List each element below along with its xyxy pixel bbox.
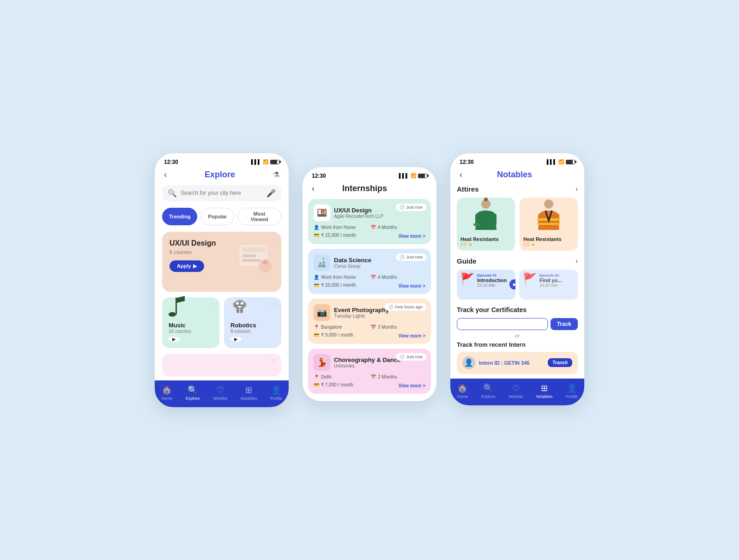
nav-home-3[interactable]: 🏠 Home <box>457 383 468 399</box>
tab-trending[interactable]: Trending <box>162 208 197 225</box>
money-icon-dance: 💳 <box>314 382 319 387</box>
intern-company-photo: Tuesday Lights <box>334 313 389 319</box>
svg-rect-1 <box>242 247 265 252</box>
back-button-3[interactable]: ‹ <box>460 170 462 180</box>
guide-duration-2: 18:00 Min <box>539 283 574 288</box>
attires-section-header: Attires › <box>457 185 578 193</box>
intern-title-uxui: UX/UI Design <box>334 207 383 214</box>
status-bar-3: 12:30 ▌▌▌ 📶 <box>450 153 584 168</box>
money-icon-photo: 💳 <box>314 332 319 337</box>
profile-icon-1: 👤 <box>271 385 281 395</box>
location-icon-photo: 📍 <box>314 325 319 330</box>
nav-notables-1[interactable]: ⊞ Notables <box>241 385 257 401</box>
status-time-3: 12:30 <box>460 159 474 165</box>
search-icon: 🔍 <box>168 189 177 198</box>
transit-button[interactable]: Transit <box>548 358 572 367</box>
guide-ep-title-1: Introduction <box>477 277 507 283</box>
track-section: Track your Certificates Track or Track f… <box>457 306 578 374</box>
intern-card-ds: 🕐 Just now 🔬 Data Science Corus Group 👤 <box>308 249 431 294</box>
clock-icon-2: 🕐 <box>400 255 405 259</box>
badge-photo: 🕐 Few hours ago <box>385 303 426 311</box>
nav-wishlist-1[interactable]: ♡ Wishlist <box>213 385 227 401</box>
nav-wishlist-3[interactable]: ♡ Wishlist <box>509 383 523 399</box>
screen-explore: 12:30 ▌▌▌ 📶 ‹ Explore ⚗ 🔍 🎤 <box>155 153 289 407</box>
nav-notables-3[interactable]: ⊞ Notables <box>536 383 553 399</box>
internships-title: Internships <box>342 184 387 193</box>
tab-popular[interactable]: Popular <box>201 208 234 225</box>
battery-icon-1 <box>270 160 279 164</box>
notables-content: Attires › <box>450 185 584 374</box>
intern-id-card: 👤 Intern ID : GETIN 345 Transit <box>457 352 578 374</box>
intern-info-photo: Event Photography Tuesday Lights <box>334 307 389 319</box>
intern-company-ds: Corus Group <box>334 264 371 269</box>
screens-container: 12:30 ▌▌▌ 📶 ‹ Explore ⚗ 🔍 🎤 <box>155 153 584 407</box>
back-button-1[interactable]: ‹ <box>164 170 167 180</box>
nav-explore-1[interactable]: 🔍 Explore <box>186 385 200 401</box>
explore-title: Explore <box>205 170 235 180</box>
attire-card-2: Heat Resistants 4.6 ★ <box>520 198 578 251</box>
svg-point-6 <box>169 312 176 317</box>
search-input[interactable] <box>181 190 263 196</box>
view-more-dance: View more > <box>370 383 425 388</box>
track-certs-title: Track your Certificates <box>457 306 578 313</box>
nav-explore-3[interactable]: 🔍 Explore <box>481 383 496 399</box>
intern-card-dance: 🕐 Just now 💃 Choreography & Dance Unimon… <box>308 349 431 394</box>
intern-info-uxui: UX/UI Design Agile RecruiterTech LLP <box>334 207 383 219</box>
calendar-icon-ds: 📅 <box>370 275 376 280</box>
view-more-photo: View more > <box>370 333 425 338</box>
play-music-button[interactable]: ▶ <box>169 337 180 342</box>
profile-icon-3: 👤 <box>567 383 577 393</box>
apply-arrow-icon: ▶ <box>193 263 197 269</box>
wifi-icon-2: 📶 <box>411 173 416 178</box>
svg-rect-26 <box>537 223 560 225</box>
svg-rect-9 <box>237 300 242 301</box>
nav-profile-1[interactable]: 👤 Profile <box>270 385 282 401</box>
intern-details-ds: 👤 Work from Home 📅 4 Months 💳 ₹ 10,000 /… <box>314 275 425 289</box>
calendar-icon-uxui: 📅 <box>370 225 376 230</box>
view-more-button-uxui[interactable]: View more > <box>399 234 425 239</box>
guide-arrow-icon[interactable]: › <box>575 257 578 265</box>
status-icons-2: ▌▌▌ 📶 <box>399 173 427 178</box>
attires-arrow-icon[interactable]: › <box>575 185 578 193</box>
wishlist-icon-extra[interactable]: ♡ <box>271 358 276 365</box>
badge-uxui: 🕐 Just now <box>396 204 426 211</box>
track-input[interactable] <box>457 318 548 330</box>
view-more-button-photo[interactable]: View more > <box>399 333 425 338</box>
intern-company-dance: Unimonks <box>334 363 400 368</box>
duration-ds: 📅 4 Months <box>370 275 425 280</box>
apply-button[interactable]: Apply ▶ <box>170 260 204 272</box>
view-more-ds: View more > <box>370 283 425 289</box>
guide-episode-1: Episode 01 <box>477 273 507 277</box>
mic-icon[interactable]: 🎤 <box>267 189 276 198</box>
nav-home-1[interactable]: 🏠 Home <box>161 385 172 401</box>
svg-rect-15 <box>236 308 239 313</box>
guide-info-2: Episode 02 Find yo... 18:00 Min <box>539 273 574 288</box>
status-bar-2: 12:30 ▌▌▌ 📶 <box>303 167 436 182</box>
filter-icon[interactable]: ⚗ <box>273 170 279 179</box>
track-button[interactable]: Track <box>551 318 578 330</box>
wishlist-icon-music[interactable]: ♡ <box>210 302 215 308</box>
guide-section: Guide › 🚩 Episode 01 Introduction 22:15 … <box>457 257 578 300</box>
intern-card-photo: 🕐 Few hours ago 📷 Event Photography Tues… <box>308 299 431 344</box>
back-button-2[interactable]: ‹ <box>312 184 315 193</box>
signal-icon-2: ▌▌▌ <box>399 173 409 178</box>
tab-most-viewed[interactable]: Most Viewed <box>237 208 281 225</box>
nav-profile-3[interactable]: 👤 Profile <box>566 383 578 399</box>
view-more-button-ds[interactable]: View more > <box>399 283 425 289</box>
bottom-nav-3: 🏠 Home 🔍 Explore ♡ Wishlist ⊞ Notables 👤 <box>450 379 584 405</box>
battery-icon-3 <box>566 160 575 164</box>
intern-details-dance: 📍 Delhi 📅 2 Months 💳 ₹ 7,000 / month <box>314 374 425 388</box>
intern-avatar: 👤 <box>462 356 475 369</box>
svg-point-21 <box>484 198 488 201</box>
attire-grid: Heat Resistants 4.6 ★ <box>457 198 578 251</box>
play-robotics-button[interactable]: ▶ <box>230 337 242 342</box>
attire-name-1: Heat Resistants <box>457 235 515 242</box>
wishlist-icon-robotics[interactable]: ♡ <box>272 302 277 308</box>
featured-card: ♡ UX/UI Design 6 courses Apply ▶ <box>162 232 281 292</box>
intern-logo-uxui: 🍱 <box>314 205 330 221</box>
salary-photo: 💳 ₹ 9,000 / month <box>314 331 369 338</box>
play-guide-button-1[interactable]: ▶ <box>509 279 515 289</box>
duration-uxui: 📅 4 Months <box>370 225 425 230</box>
view-more-button-dance[interactable]: View more > <box>399 383 425 388</box>
status-bar-1: 12:30 ▌▌▌ 📶 <box>155 153 289 168</box>
